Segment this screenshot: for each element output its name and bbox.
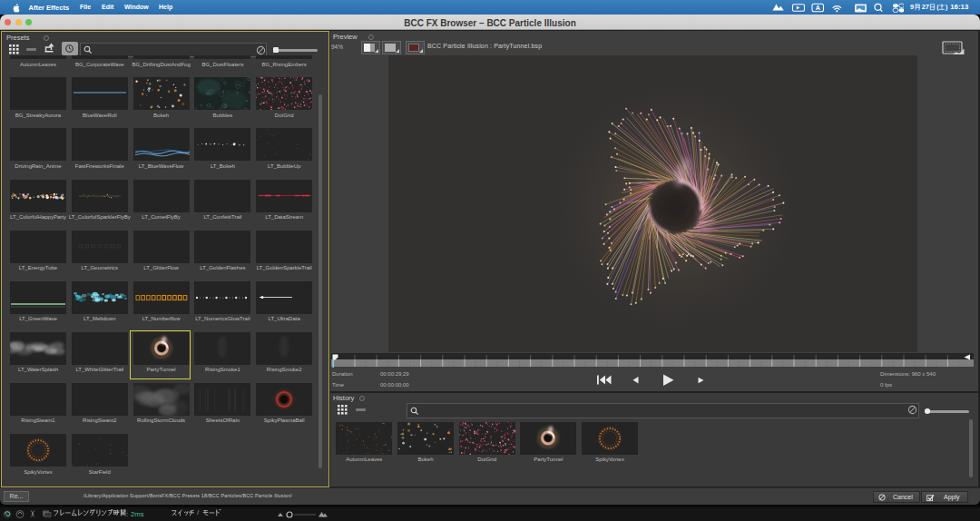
svg-text:27: 27 <box>922 3 929 11</box>
svg-text:A: A <box>816 5 820 11</box>
svg-text::: : <box>126 510 128 518</box>
svg-text:2ms: 2ms <box>131 510 144 518</box>
svg-text:9: 9 <box>910 3 914 11</box>
svg-text:): ) <box>946 4 948 11</box>
svg-text:/: / <box>197 509 199 516</box>
svg-text:(: ( <box>936 4 939 11</box>
svg-text:16:13: 16:13 <box>950 3 969 11</box>
